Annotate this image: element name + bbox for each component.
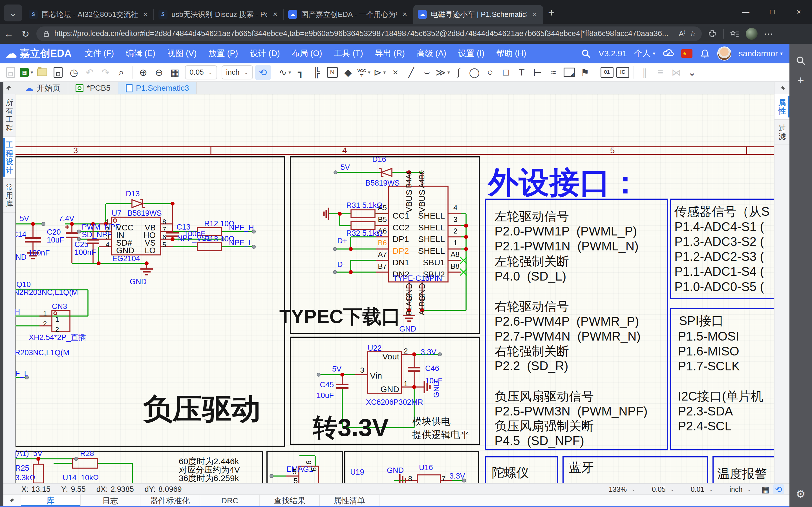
pin-tool-icon[interactable]: ⊢ bbox=[530, 65, 546, 80]
browser-tab[interactable]: Susb无法识别-Discuz 搜索 - Powere× bbox=[154, 5, 284, 24]
favorite-star-icon[interactable]: ☆ bbox=[689, 29, 696, 38]
doc-tab-[interactable]: ☁开始页 bbox=[17, 82, 68, 94]
menu-item[interactable]: 导出 (R) bbox=[369, 48, 411, 59]
browser-tab[interactable]: ☁电磁寻迹小车 | P1.Schematic3 | 嘉× bbox=[413, 5, 543, 24]
bus-tool-icon[interactable]: ╠ bbox=[309, 65, 324, 80]
minimize-button[interactable]: — bbox=[732, 0, 759, 24]
bottom-tab-属性清单[interactable]: 属性清单 bbox=[320, 495, 379, 507]
rect-tool-icon[interactable]: □ bbox=[498, 65, 514, 80]
pin-panel-icon[interactable] bbox=[774, 82, 790, 94]
tab-close-icon[interactable]: × bbox=[530, 10, 539, 19]
doc-tab-PCB5[interactable]: *PCB5 bbox=[68, 82, 118, 94]
tab-close-icon[interactable]: × bbox=[142, 10, 149, 19]
net-port-tool-icon[interactable]: ⊳▾ bbox=[372, 65, 388, 80]
eda-logo[interactable]: ☁ 嘉立创EDA bbox=[6, 47, 71, 61]
line-tool-icon[interactable]: ╱ bbox=[403, 65, 419, 80]
browser-tab[interactable]: ☁国产嘉立创EDA - 一个用心为中国× bbox=[284, 5, 413, 24]
menu-item[interactable]: 文件 (F) bbox=[79, 48, 120, 59]
new-tab-button[interactable]: + bbox=[548, 6, 555, 19]
find-similar-icon[interactable]: ⌕ bbox=[113, 65, 129, 80]
bottom-tab-DRC[interactable]: DRC bbox=[200, 495, 260, 507]
bottom-tab-日志[interactable]: 日志 bbox=[81, 495, 140, 507]
ellipse-tool-icon[interactable]: ◯ bbox=[467, 65, 483, 80]
panel-tab-属性[interactable]: 属性 bbox=[774, 94, 790, 120]
sheet-tool-icon[interactable]: ⚑ bbox=[577, 65, 593, 80]
sidebar-item-工程设计[interactable]: 工程设计 bbox=[3, 136, 15, 179]
annotate-symbol-icon[interactable]: 01 bbox=[599, 65, 615, 80]
image-tool-icon[interactable] bbox=[561, 65, 577, 80]
circle-tool-icon[interactable]: ○ bbox=[483, 65, 498, 80]
grid-icon[interactable]: ▦ bbox=[762, 485, 769, 494]
language-flag-icon[interactable]: ★ bbox=[681, 49, 693, 58]
menu-item[interactable]: 视图 (V) bbox=[161, 48, 203, 59]
reset-view-icon[interactable]: ⟲ bbox=[255, 65, 271, 80]
bezier-tool-icon[interactable]: ∫ bbox=[451, 65, 467, 80]
resistor-tool-icon[interactable]: ∿▾ bbox=[277, 65, 293, 80]
pin-panel-icon[interactable] bbox=[3, 495, 21, 507]
net-label-tool-icon[interactable]: N bbox=[324, 65, 340, 80]
wire-tool-icon[interactable]: ┓ bbox=[293, 65, 309, 80]
toolbar-more-icon[interactable]: ⌄ bbox=[684, 65, 700, 80]
sidebar-settings-gear-icon[interactable]: ⚙ bbox=[796, 488, 806, 500]
user-avatar[interactable] bbox=[717, 47, 731, 61]
schematic-canvas[interactable]: 3455VC14100nFGND7.4VC2010uFC25100nFPWM_N… bbox=[15, 94, 774, 483]
reset-view-icon[interactable]: ⟲ bbox=[773, 484, 784, 495]
text-tool-icon[interactable]: T bbox=[514, 65, 530, 80]
menu-item[interactable]: 编辑 (E) bbox=[120, 48, 161, 59]
tab-search-button[interactable]: ⌄ bbox=[4, 4, 22, 21]
url-field[interactable]: https://pro.lceda.cn/editor#id=2d8d74844… bbox=[36, 26, 702, 41]
new-component-icon[interactable]: ▦▾ bbox=[18, 65, 35, 80]
refresh-icon[interactable]: ↻ bbox=[21, 28, 30, 40]
sidebar-item-常用库[interactable]: 常用库 bbox=[3, 179, 15, 213]
menu-item[interactable]: 放置 (P) bbox=[203, 48, 244, 59]
favorites-list-icon[interactable] bbox=[730, 29, 740, 39]
close-button[interactable]: × bbox=[785, 0, 812, 24]
notifications-bell-icon[interactable] bbox=[700, 48, 710, 59]
menu-item[interactable]: 设置 (I) bbox=[452, 48, 490, 59]
tab-close-icon[interactable]: × bbox=[401, 10, 409, 19]
zoom-in-icon[interactable]: ⊕ bbox=[135, 65, 151, 80]
bottom-tab-库[interactable]: 库 bbox=[21, 495, 81, 507]
no-connect-tool-icon[interactable]: × bbox=[388, 65, 403, 80]
search-icon[interactable] bbox=[580, 48, 591, 59]
extensions-icon[interactable] bbox=[707, 29, 717, 39]
save-as-icon[interactable] bbox=[50, 65, 66, 80]
menu-item[interactable]: 高级 (A) bbox=[411, 48, 452, 59]
zoom-out-icon[interactable]: ⊖ bbox=[151, 65, 167, 80]
read-aloud-icon[interactable]: A⁾ bbox=[679, 29, 686, 38]
alt-grid-select[interactable]: 0.01⌄ bbox=[687, 485, 717, 494]
unit-select[interactable]: inch⌄ bbox=[726, 485, 755, 494]
zoom-level-select[interactable]: 133%⌄ bbox=[605, 485, 640, 494]
bus-entry-tool-icon[interactable]: ≫▾ bbox=[435, 65, 451, 80]
back-icon[interactable]: ← bbox=[4, 28, 13, 39]
browser-menu-icon[interactable]: ⋯ bbox=[764, 28, 773, 40]
bottom-tab-查找结果[interactable]: 查找结果 bbox=[260, 495, 320, 507]
cloud-sync-icon[interactable] bbox=[663, 48, 674, 59]
browser-tab[interactable]: S国芯论坛 - AI32位8051交流社区× bbox=[24, 5, 154, 24]
panel-tab-过滤[interactable]: 过滤 bbox=[774, 120, 790, 145]
plan-dropdown[interactable]: 个人▾ bbox=[634, 48, 655, 59]
grid-size-select[interactable]: 0.05⌄ bbox=[648, 485, 678, 494]
tab-close-icon[interactable]: × bbox=[271, 10, 279, 19]
junction-tool-icon[interactable]: ◆ bbox=[340, 65, 356, 80]
signal-tool-icon[interactable]: ≈ bbox=[546, 65, 561, 80]
url-text[interactable]: https://pro.lceda.cn/editor#id=2d8d74844… bbox=[54, 29, 675, 38]
menu-item[interactable]: 工具 (T) bbox=[328, 48, 369, 59]
grid-icon[interactable]: ▦ bbox=[167, 65, 183, 80]
sidebar-add-icon[interactable]: + bbox=[797, 74, 804, 87]
arc-tool-icon[interactable]: ⌣ bbox=[419, 65, 435, 80]
menu-item[interactable]: 布局 (O) bbox=[286, 48, 328, 59]
annotate-ic-icon[interactable]: IC bbox=[615, 65, 631, 80]
grid-size-select[interactable]: 0.05⌄ bbox=[185, 65, 217, 79]
power-flag-tool-icon[interactable]: VCC┬▾ bbox=[356, 65, 372, 80]
maximize-button[interactable]: □ bbox=[759, 0, 785, 24]
menu-item[interactable]: 帮助 (H) bbox=[490, 48, 532, 59]
sidebar-search-icon[interactable] bbox=[795, 55, 806, 66]
file-history-icon[interactable]: ◷ bbox=[66, 65, 82, 80]
bottom-tab-器件标准化[interactable]: 器件标准化 bbox=[140, 495, 200, 507]
doc-tab-P1Schematic3[interactable]: P1.Schematic3 bbox=[118, 82, 197, 94]
menu-item[interactable]: 设计 (D) bbox=[244, 48, 286, 59]
sidebar-item-所有工程[interactable]: 所有工程 bbox=[3, 94, 15, 136]
open-folder-icon[interactable] bbox=[35, 65, 50, 80]
username-dropdown[interactable]: sandarmor▾ bbox=[739, 49, 783, 58]
